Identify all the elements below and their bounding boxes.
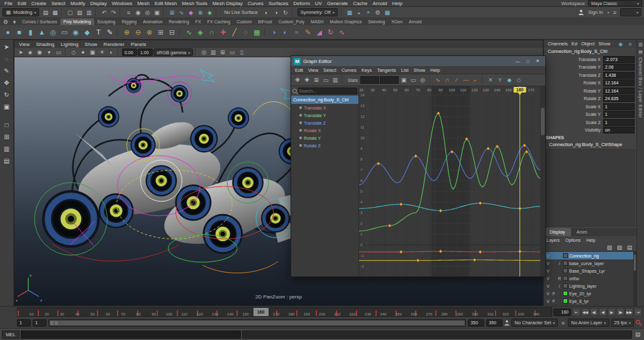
four-pane-layout-button[interactable]: ⊞ bbox=[1, 132, 13, 142]
shelf-tab-animation[interactable]: Animation bbox=[140, 18, 165, 25]
output-connections-icon[interactable]: ◑ bbox=[272, 8, 280, 17]
layer-playback-toggle[interactable]: P bbox=[552, 299, 556, 303]
center-view-icon[interactable]: ◎ bbox=[418, 76, 427, 84]
make-live-icon[interactable]: ◈ bbox=[205, 8, 214, 17]
outliner-root-item[interactable]: Connection_rig:Body_S_Ctrl bbox=[291, 96, 358, 104]
current-frame-marker[interactable]: 160 bbox=[253, 308, 269, 316]
scale-tool-icon[interactable]: ▣ bbox=[1, 101, 13, 112]
smooth-icon[interactable]: ∿ bbox=[184, 26, 194, 38]
close-window-button[interactable]: ✕ bbox=[533, 57, 543, 65]
menu-modify[interactable]: Modify bbox=[68, 1, 88, 6]
cone-icon[interactable]: ▲ bbox=[36, 26, 47, 38]
step-forward-frame-button[interactable]: ▶▶ bbox=[625, 308, 633, 316]
playback-start-field[interactable]: 1 bbox=[33, 319, 47, 327]
paint-select-tool-icon[interactable]: ✎ bbox=[1, 65, 13, 76]
graph-menu-list[interactable]: List bbox=[399, 67, 411, 73]
type-icon[interactable]: ✎ bbox=[104, 26, 115, 38]
outliner-channel-rotate-z[interactable]: Rotate Z bbox=[291, 142, 358, 149]
new-layer-from-selected-icon[interactable]: ▨ bbox=[615, 243, 624, 252]
channel-box-menu-ed[interactable]: Ed bbox=[570, 41, 579, 47]
channel-visibility-icon[interactable] bbox=[299, 137, 302, 139]
crease-icon[interactable]: ◢ bbox=[314, 26, 325, 38]
range-slider-handle[interactable]: 1 bbox=[50, 321, 58, 325]
layer-row[interactable]: VRortho bbox=[544, 275, 636, 282]
menu-edit-mesh[interactable]: Edit Mesh bbox=[152, 1, 180, 6]
pin-channel-box-icon[interactable]: ◈ bbox=[616, 40, 625, 48]
panel-preset-dropdown[interactable]: ▾ bbox=[620, 8, 641, 16]
shelf-tab-rendering[interactable]: Rendering bbox=[165, 18, 192, 25]
outliner-channel-translate-z[interactable]: Translate Z bbox=[291, 119, 358, 127]
layer-type-toggle[interactable]: / bbox=[557, 284, 562, 288]
graph-editor-curve-area[interactable]: 14131211109876543210-1-22030405060708090… bbox=[359, 86, 540, 276]
render-current-frame-icon[interactable]: ◒ bbox=[355, 8, 364, 17]
outliner-channel-translate-x[interactable]: Translate X bbox=[291, 104, 358, 111]
anim-layer-dropdown[interactable]: No Anim Layer ▾ bbox=[568, 319, 609, 327]
time-snap-icon[interactable]: ◆ bbox=[505, 76, 514, 84]
graph-menu-show[interactable]: Show bbox=[411, 67, 428, 73]
set-key-icon[interactable] bbox=[636, 320, 642, 326]
shelf-tab-xgen[interactable]: XGen bbox=[388, 18, 406, 25]
break-tangents-icon[interactable]: ✕ bbox=[486, 76, 495, 84]
rotate-tool-icon[interactable]: ↻ bbox=[1, 89, 13, 100]
script-editor-icon[interactable]: ▤ bbox=[633, 330, 642, 339]
layer-visibility-toggle[interactable]: V bbox=[546, 261, 550, 266]
layer-menu-help[interactable]: Help bbox=[584, 238, 597, 242]
average-vertices-icon[interactable]: ≈ bbox=[291, 26, 302, 38]
selected-object-name[interactable]: Connection_rig:Body_S_Ctrl bbox=[544, 48, 636, 55]
channel-value-field[interactable]: -2.073 bbox=[603, 56, 635, 63]
menu-mesh-tools[interactable]: Mesh Tools bbox=[179, 1, 209, 6]
layer-visibility-toggle[interactable]: V bbox=[546, 269, 550, 273]
channel-value-field[interactable]: 24.635 bbox=[603, 95, 635, 102]
menu-deform[interactable]: Deform bbox=[291, 1, 313, 6]
layer-visibility-toggle[interactable]: V bbox=[546, 292, 550, 296]
select-asset-icon[interactable]: ▣ bbox=[152, 8, 161, 17]
menu-uv[interactable]: UV bbox=[313, 1, 325, 6]
symmetry-dropdown[interactable]: Symmetry: Off ▾ bbox=[297, 8, 338, 16]
gamma-field[interactable]: 1.00 bbox=[138, 48, 153, 56]
character-set-dropdown[interactable]: No Character Set ▾ bbox=[511, 319, 558, 327]
animation-start-field[interactable]: 1 bbox=[17, 319, 31, 327]
retime-tool-icon[interactable]: ▥ bbox=[331, 76, 340, 84]
menu-set-dropdown[interactable]: ▦ Modeling ▾ bbox=[3, 8, 39, 16]
graph-menu-select[interactable]: Select bbox=[321, 67, 339, 73]
shelf-tab-fx-caching[interactable]: FX Caching bbox=[204, 18, 234, 25]
layer-row[interactable]: VBase_Shapes_Lyr bbox=[544, 267, 636, 275]
menu-generate[interactable]: Generate bbox=[325, 1, 350, 6]
channel-box-settings-icon[interactable]: ≡ bbox=[626, 40, 635, 48]
search-input[interactable] bbox=[298, 88, 357, 94]
wireframe-icon[interactable]: ◇ bbox=[69, 48, 78, 57]
viewport-menu-renderer[interactable]: Renderer bbox=[101, 42, 128, 47]
fps-dropdown[interactable]: 25 fps ▾ bbox=[611, 319, 634, 327]
layer-row[interactable]: V/Lighting_layer bbox=[544, 282, 636, 290]
select-object-icon[interactable]: ◉ bbox=[133, 8, 142, 17]
frame-all-icon[interactable]: ▣ bbox=[399, 76, 408, 84]
boolean-intersect-icon[interactable]: ⊗ bbox=[144, 26, 155, 38]
view-transform-dropdown[interactable]: sRGB gamma ▾ bbox=[153, 48, 193, 56]
lattice-deform-keys-tool-icon[interactable]: ⊞ bbox=[312, 76, 321, 84]
maximize-window-button[interactable]: □ bbox=[523, 57, 533, 65]
save-scene-icon[interactable]: ▥ bbox=[84, 8, 93, 17]
menu-mesh-display[interactable]: Mesh Display bbox=[210, 1, 245, 6]
bookmarks-icon[interactable]: ▾ bbox=[45, 48, 53, 57]
graph-editor-scrollbar[interactable] bbox=[540, 86, 545, 276]
menu-select[interactable]: Select bbox=[49, 1, 68, 6]
platonic-icon[interactable]: ◆ bbox=[82, 26, 92, 38]
menu-curves[interactable]: Curves bbox=[245, 1, 266, 6]
layer-row[interactable]: VPEye_8_lyr bbox=[544, 297, 636, 305]
select-component-icon[interactable]: ◎ bbox=[143, 8, 152, 17]
layer-playback-toggle[interactable]: P bbox=[552, 292, 556, 296]
stats-value-field[interactable] bbox=[380, 76, 399, 84]
graph-menu-view[interactable]: View bbox=[306, 67, 321, 73]
outliner-channel-rotate-x[interactable]: Rotate X bbox=[291, 127, 358, 134]
play-backwards-button[interactable]: ◀ bbox=[599, 308, 607, 316]
shadows-icon[interactable]: ◐ bbox=[107, 48, 116, 57]
graph-menu-tangents[interactable]: Tangents bbox=[374, 67, 398, 73]
menu-cache[interactable]: Cache bbox=[350, 1, 370, 6]
select-hierarchy-icon[interactable]: ≡ bbox=[124, 8, 133, 17]
clamped-tangents-icon[interactable]: ∩ bbox=[443, 76, 452, 84]
grid-toggle-icon[interactable]: ⊞ bbox=[218, 48, 227, 57]
channel-value-field[interactable]: 1 bbox=[603, 111, 635, 118]
region-keys-tool-icon[interactable]: ▭ bbox=[321, 76, 330, 84]
layer-color-swatch[interactable] bbox=[563, 276, 568, 281]
selection-mask-grid-icon[interactable]: ▦ bbox=[50, 8, 59, 17]
